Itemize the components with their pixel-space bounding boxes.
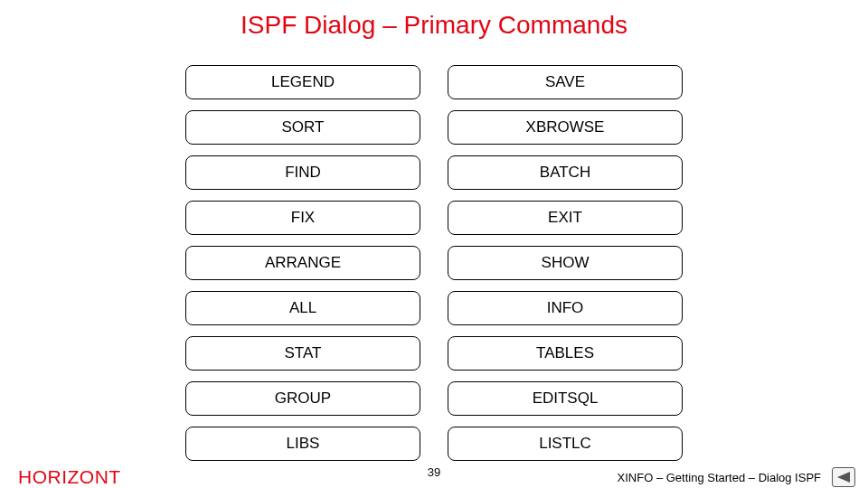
cmd-label: LIBS [287, 435, 320, 453]
cmd-label: STAT [285, 344, 322, 362]
cmd-label: SAVE [545, 73, 585, 91]
cmd-label: LISTLC [539, 435, 591, 453]
cmd-editsql[interactable]: EDITSQL [448, 381, 683, 416]
arrow-left-icon [837, 472, 850, 483]
cmd-label: FIND [285, 164, 321, 182]
content-area: LEGEND SAVE SORT XBROWSE FIND BATCH FIX … [0, 65, 868, 461]
cmd-sort[interactable]: SORT [185, 110, 420, 145]
cmd-all[interactable]: ALL [185, 291, 420, 325]
cmd-stat[interactable]: STAT [185, 336, 420, 371]
cmd-label: SORT [282, 118, 325, 136]
cmd-label: SHOW [542, 254, 590, 272]
cmd-label: XBROWSE [526, 118, 605, 136]
cmd-libs[interactable]: LIBS [185, 427, 420, 461]
cmd-save[interactable]: SAVE [448, 65, 683, 99]
cmd-xbrowse[interactable]: XBROWSE [448, 110, 683, 145]
doc-title: XINFO – Getting Started – Dialog ISPF [618, 471, 821, 484]
cmd-label: LEGEND [271, 73, 335, 91]
command-grid: LEGEND SAVE SORT XBROWSE FIND BATCH FIX … [185, 65, 683, 461]
cmd-label: ALL [289, 299, 316, 317]
cmd-label: EXIT [548, 209, 582, 227]
page-number: 39 [428, 465, 440, 479]
svg-marker-0 [837, 472, 850, 483]
cmd-label: GROUP [275, 389, 331, 408]
cmd-arrange[interactable]: ARRANGE [185, 246, 420, 280]
slide: ISPF Dialog – Primary Commands LEGEND SA… [0, 0, 868, 488]
cmd-listlc[interactable]: LISTLC [448, 427, 683, 461]
footer-right: XINFO – Getting Started – Dialog ISPF [618, 467, 855, 487]
back-button[interactable] [832, 467, 855, 487]
brand-label: HORIZONT [18, 466, 121, 488]
cmd-batch[interactable]: BATCH [448, 155, 683, 190]
cmd-label: EDITSQL [533, 389, 599, 408]
cmd-tables[interactable]: TABLES [448, 336, 683, 371]
cmd-show[interactable]: SHOW [448, 246, 683, 280]
cmd-label: ARRANGE [265, 254, 341, 272]
slide-title: ISPF Dialog – Primary Commands [0, 0, 868, 47]
cmd-group[interactable]: GROUP [185, 381, 420, 416]
cmd-label: INFO [547, 299, 584, 317]
cmd-exit[interactable]: EXIT [448, 201, 683, 235]
cmd-label: FIX [291, 209, 315, 227]
cmd-find[interactable]: FIND [185, 155, 420, 190]
cmd-fix[interactable]: FIX [185, 201, 420, 235]
cmd-label: TABLES [536, 344, 594, 362]
cmd-label: BATCH [540, 164, 590, 182]
cmd-legend[interactable]: LEGEND [185, 65, 420, 99]
cmd-info[interactable]: INFO [448, 291, 683, 325]
